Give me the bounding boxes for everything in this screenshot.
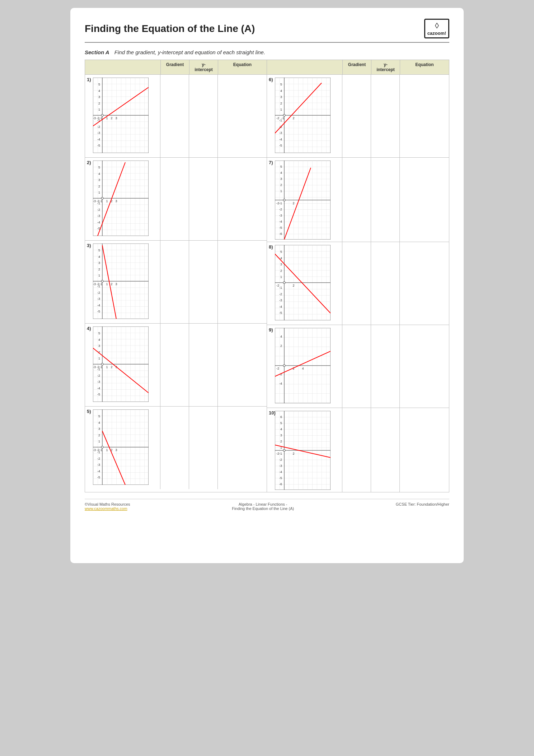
input-equation-8[interactable] <box>400 242 449 325</box>
svg-text:2: 2 <box>292 116 294 120</box>
svg-text:-4: -4 <box>97 303 100 307</box>
svg-text:-3: -3 <box>97 131 100 135</box>
svg-text:-2: -2 <box>276 367 279 370</box>
col-equation-right: Equation <box>400 60 449 74</box>
row-num-3: 3) <box>87 243 91 248</box>
svg-text:4: 4 <box>98 255 100 259</box>
row-6: 6) 5 <box>267 75 449 158</box>
col-yintercept-right: y-intercept <box>371 60 400 74</box>
input-gradient-10[interactable] <box>342 408 371 492</box>
svg-text:-3: -3 <box>97 463 100 467</box>
svg-graph-7: 5 4 3 2 1 -1 -2 -3 -4 -5 -6 -2 2 <box>275 161 331 240</box>
svg-text:-4: -4 <box>97 138 100 141</box>
input-equation-1[interactable] <box>218 75 267 157</box>
footer-left: ©Visual Maths Resources www.cazoommaths.… <box>85 502 130 511</box>
svg-text:-5: -5 <box>97 476 100 479</box>
input-yintercept-2[interactable] <box>189 158 218 240</box>
input-equation-9[interactable] <box>400 325 449 408</box>
input-equation-3[interactable] <box>218 241 267 323</box>
input-equation-7[interactable] <box>400 158 449 242</box>
graph-8: 5 4 3 2 1 -1 -2 -3 -4 -5 -2 2 <box>275 245 331 320</box>
input-gradient-9[interactable] <box>342 325 371 408</box>
input-yintercept-8[interactable] <box>371 242 400 325</box>
input-yintercept-1[interactable] <box>189 75 218 157</box>
row-num-10: 10) <box>269 410 276 416</box>
input-gradient-8[interactable] <box>342 242 371 325</box>
svg-text:-2: -2 <box>97 291 100 294</box>
svg-text:5: 5 <box>98 166 100 169</box>
input-gradient-1[interactable] <box>160 75 189 157</box>
svg-text:4: 4 <box>280 427 282 431</box>
input-equation-10[interactable] <box>400 408 449 492</box>
svg-text:5: 5 <box>280 83 282 86</box>
svg-text:5: 5 <box>98 414 100 418</box>
svg-text:-3: -3 <box>93 282 96 286</box>
svg-text:-4: -4 <box>279 138 282 141</box>
input-equation-4[interactable] <box>218 324 267 406</box>
svg-text:1: 1 <box>106 199 108 203</box>
svg-point-20 <box>101 114 103 116</box>
svg-text:4: 4 <box>280 335 282 338</box>
svg-text:1: 1 <box>280 275 282 279</box>
svg-text:-1: -1 <box>99 282 102 286</box>
input-equation-6[interactable] <box>400 75 449 157</box>
svg-point-127 <box>283 114 285 116</box>
svg-text:-4: -4 <box>279 220 282 223</box>
input-yintercept-3[interactable] <box>189 241 218 323</box>
svg-point-42 <box>101 197 103 199</box>
input-equation-2[interactable] <box>218 158 267 240</box>
svg-text:2: 2 <box>98 433 100 437</box>
footer-link[interactable]: www.cazoommaths.com <box>85 506 127 511</box>
graph-cell-3: 3) 5 <box>85 241 160 323</box>
input-yintercept-5[interactable] <box>189 407 218 489</box>
svg-text:3: 3 <box>280 177 282 181</box>
svg-text:-2: -2 <box>97 457 100 460</box>
input-gradient-7[interactable] <box>342 158 371 242</box>
input-gradient-5[interactable] <box>160 407 189 489</box>
input-gradient-3[interactable] <box>160 241 189 323</box>
svg-text:4: 4 <box>280 89 282 93</box>
input-gradient-6[interactable] <box>342 75 371 157</box>
svg-text:-2: -2 <box>97 208 100 212</box>
svg-text:3: 3 <box>115 116 117 120</box>
svg-text:3: 3 <box>280 433 282 437</box>
graph-5: 5 4 3 2 1 -1 -2 -3 -4 -5 -3 -2 - <box>93 409 149 485</box>
svg-text:5: 5 <box>280 250 282 254</box>
svg-text:-5: -5 <box>279 311 282 315</box>
left-half: Gradient y-intercept Equation 1) <box>85 60 267 492</box>
svg-text:2: 2 <box>292 284 294 287</box>
input-yintercept-6[interactable] <box>371 75 400 157</box>
svg-text:-6: -6 <box>279 232 282 236</box>
row-1: 1) <box>85 75 267 158</box>
page: Finding the Equation of the Line (A) ◊ c… <box>70 7 464 564</box>
graph-cell-2: 2) 5 <box>85 158 160 240</box>
input-gradient-4[interactable] <box>160 324 189 406</box>
svg-text:-2: -2 <box>276 116 279 120</box>
input-yintercept-7[interactable] <box>371 158 400 242</box>
svg-text:-3: -3 <box>97 380 100 384</box>
input-equation-5[interactable] <box>218 407 267 489</box>
svg-text:-2: -2 <box>97 199 99 203</box>
svg-text:-4: -4 <box>279 470 282 474</box>
svg-text:-2: -2 <box>97 365 99 369</box>
svg-text:1: 1 <box>98 357 100 360</box>
section-instruction: Find the gradient, y-intercept and equat… <box>114 49 265 55</box>
row-2: 2) 5 <box>85 158 267 241</box>
input-yintercept-9[interactable] <box>371 325 400 408</box>
svg-text:1: 1 <box>98 274 100 277</box>
col-gradient-right: Gradient <box>342 60 371 74</box>
svg-text:2: 2 <box>280 102 282 105</box>
input-yintercept-10[interactable] <box>371 408 400 492</box>
graph-cell-4: 4) 5 <box>85 324 160 406</box>
svg-text:-3: -3 <box>279 464 282 468</box>
svg-text:2: 2 <box>280 269 282 273</box>
svg-text:-2: -2 <box>276 201 279 205</box>
row-num-7: 7) <box>269 160 273 165</box>
svg-text:3: 3 <box>115 199 117 203</box>
input-gradient-2[interactable] <box>160 158 189 240</box>
footer-center: Algebra - Linear Functions - Finding the… <box>232 502 294 511</box>
svg-text:2: 2 <box>280 440 282 443</box>
svg-graph-1: 5 4 3 2 1 -1 -2 -3 -4 -5 -3 -2 <box>93 78 149 153</box>
input-yintercept-4[interactable] <box>189 324 218 406</box>
svg-text:-3: -3 <box>93 199 96 203</box>
